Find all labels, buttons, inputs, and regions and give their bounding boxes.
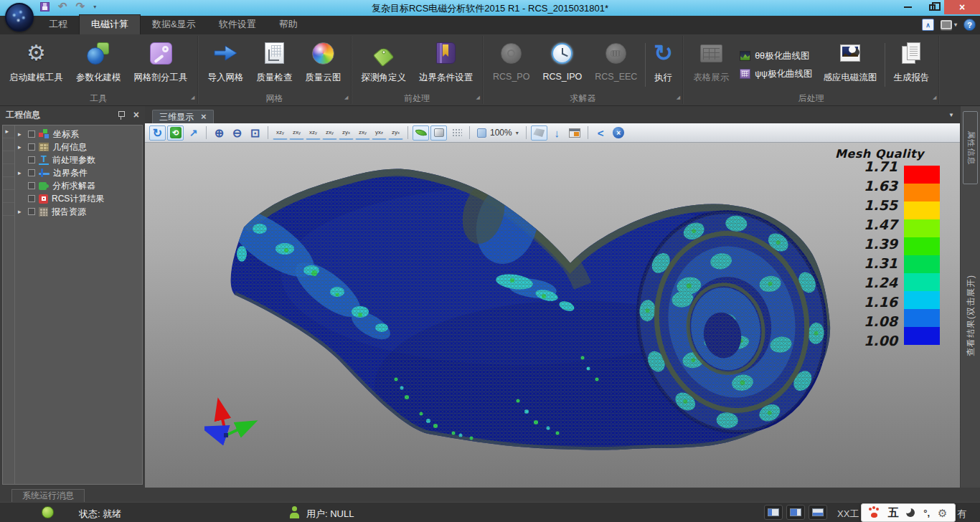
tree-item-geometry-info[interactable]: ▸ 几何信息 (15, 141, 142, 153)
solver-rcs-po-button[interactable]: RCS_PO (486, 37, 536, 92)
tab-3d-display[interactable]: 三维显示 × (152, 110, 214, 123)
tab-data-display[interactable]: 数据&显示 (141, 15, 207, 34)
clock-icon (552, 43, 573, 64)
pin-icon[interactable] (118, 110, 125, 120)
zoom-out-button[interactable]: ⊖ (229, 125, 245, 141)
panel-close-icon[interactable]: × (133, 110, 139, 119)
checkbox[interactable] (28, 182, 35, 189)
ime-punctuation-label[interactable]: °, (923, 508, 930, 518)
ime-settings-gear-icon[interactable]: ⚙ (938, 508, 947, 518)
tree-item-report-resources[interactable]: ▸ 报告资源 (15, 205, 142, 218)
expand-arrow-icon[interactable]: ▸ (18, 170, 24, 176)
view-orientation-button[interactable]: zxy (322, 126, 337, 140)
view-orientation-button[interactable]: zxy (289, 126, 304, 140)
expand-arrow-icon[interactable]: ▸ (18, 144, 24, 151)
ime-moon-icon[interactable] (906, 508, 915, 518)
tab-project[interactable]: 工程 (37, 15, 79, 34)
tab-property-info[interactable]: 属性信息 (963, 111, 978, 184)
clear-view-button[interactable]: × (611, 125, 627, 141)
induced-em-current-button[interactable]: 感应电磁流图 (816, 37, 883, 92)
ribbon-group-postprocess: 表格展示 θθ极化曲线图 ψψ极化曲线图 感应电磁流图 (684, 34, 938, 105)
solver-rcs-ipo-button[interactable]: RCS_IPO (536, 37, 588, 92)
tree-item-boundary-condition[interactable]: ▸ 边界条件 (15, 166, 142, 179)
tree-label: 边界条件 (53, 167, 88, 179)
table-display-button[interactable]: 表格展示 (687, 37, 735, 92)
ime-mode-label[interactable]: 五 (887, 506, 898, 520)
view-orientation-button[interactable]: xzy (273, 126, 288, 140)
group-label-preprocess: 前处理◢ (352, 92, 483, 105)
tree-item-rcs-results[interactable]: RCS计算结果 (15, 192, 142, 205)
zoom-dropdown-icon[interactable]: ▾ (516, 130, 519, 136)
tab-help[interactable]: 帮助 (268, 15, 309, 34)
expand-arrow-icon[interactable]: ▸ (6, 128, 12, 135)
checkbox[interactable] (28, 169, 35, 176)
view-orientation-button[interactable]: zyx (388, 126, 403, 140)
legend-label: 1.63 (819, 179, 897, 193)
3d-viewport[interactable]: Mesh Quality 1.711.631.551.471.391.311.2… (145, 143, 960, 488)
close-button[interactable]: × (944, 0, 980, 14)
tree-item-analysis-solver[interactable]: 分析求解器 (15, 179, 142, 192)
view-orientation-button[interactable]: yxz (372, 126, 387, 140)
zoom-level-select[interactable]: 100% ▾ (474, 128, 522, 138)
view-orientation-button[interactable]: zyx (339, 126, 354, 140)
layout-buttons (764, 505, 827, 520)
checkbox[interactable] (28, 195, 35, 202)
app-logo[interactable] (5, 3, 34, 32)
quality-contour-button[interactable]: 质量云图 (299, 37, 348, 92)
launch-modeling-tool-button[interactable]: ⚙ 启动建模工具 (3, 37, 70, 92)
checkbox[interactable] (28, 156, 35, 163)
layout-bottom-button[interactable] (809, 505, 827, 520)
generate-report-button[interactable]: 生成报告 (887, 37, 936, 92)
tab-software-settings[interactable]: 软件设置 (207, 15, 268, 34)
shaded-mode-button[interactable] (430, 125, 447, 141)
doc-tab-label: 三维显示 (159, 111, 194, 123)
pan-view-button[interactable]: ↗ (185, 125, 202, 141)
export-down-button[interactable]: ↓ (549, 125, 565, 141)
status-ready-icon (42, 506, 54, 518)
layout-wide-button[interactable] (786, 505, 805, 520)
zoom-fit-button[interactable]: ⊡ (247, 125, 263, 141)
quality-check-button[interactable]: 质量检查 (250, 37, 299, 92)
tree-item-coordinate-system[interactable]: ▸ 坐标系 (15, 128, 142, 141)
view-orientation-button[interactable]: xzy (306, 126, 321, 140)
points-mode-button[interactable] (448, 125, 465, 141)
restore-button[interactable] (920, 0, 944, 14)
orbit-view-button[interactable]: ⟲ (167, 125, 184, 141)
psi-polarization-curve-button[interactable]: ψψ极化曲线图 (740, 68, 812, 80)
wrench-box-icon (150, 42, 172, 65)
execute-button[interactable]: ↻ 执行 (647, 37, 679, 92)
expand-arrow-icon[interactable]: ▸ (18, 209, 24, 215)
theta-polarization-curve-button[interactable]: θθ极化曲线图 (740, 50, 812, 62)
layout-left-button[interactable] (764, 505, 783, 520)
expand-arrow-icon[interactable]: ▸ (18, 131, 24, 138)
checkbox[interactable] (28, 208, 35, 215)
smooth-shading-button[interactable] (413, 125, 429, 141)
checkbox[interactable] (28, 143, 35, 151)
clip-plane-button[interactable] (531, 125, 547, 141)
boundary-condition-button[interactable]: 边界条件设置 (413, 37, 479, 92)
view-results-expander[interactable]: 查看结果(双击展开) (964, 275, 976, 356)
import-mesh-button[interactable]: 导入网格 (202, 37, 250, 92)
zoom-in-button[interactable]: ⊕ (211, 125, 227, 141)
checkbox[interactable] (28, 130, 35, 138)
share-button[interactable]: < (593, 125, 609, 141)
tree-item-preprocess-params[interactable]: T 前处理参数 (15, 153, 142, 166)
minimize-button[interactable] (895, 0, 920, 14)
tab-system-messages[interactable]: 系统运行消息 (11, 489, 85, 502)
purple-grid-icon (740, 69, 750, 79)
tab-em-computation[interactable]: 电磁计算 (79, 14, 141, 34)
rotate-view-button[interactable]: ↻ (149, 125, 166, 141)
tab-close-icon[interactable]: × (201, 113, 207, 120)
capture-window-button[interactable] (567, 125, 583, 141)
window-controls: × (895, 0, 980, 14)
view-orientation-button[interactable]: zxy (355, 126, 370, 140)
solver-rcs-eec-button[interactable]: RCS_EEC (588, 37, 644, 92)
ime-paw-icon[interactable] (869, 508, 880, 518)
parametric-modeling-button[interactable]: 参数化建模 (70, 37, 128, 92)
window-style-icon[interactable]: ▾ (941, 20, 957, 29)
collapse-ribbon-icon[interactable]: ∧ (922, 19, 934, 31)
probe-angle-button[interactable]: 探测角定义 (355, 37, 413, 92)
mesh-partition-tool-button[interactable]: 网格剖分工具 (128, 37, 194, 92)
help-icon[interactable]: ? (963, 19, 976, 31)
tab-list-dropdown-icon[interactable]: ▼ (948, 112, 954, 118)
